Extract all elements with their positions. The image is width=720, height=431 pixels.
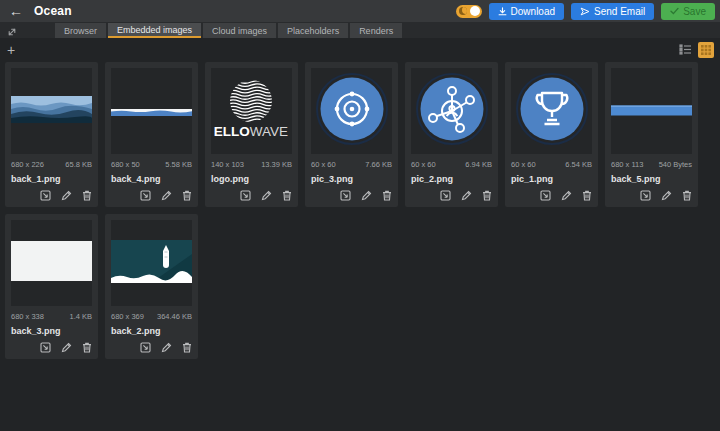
image-card-back-2[interactable]: 680 x 369364.46 KB back_2.png bbox=[105, 214, 198, 359]
image-filename: pic_2.png bbox=[411, 174, 492, 184]
image-dimensions: 60 x 60 bbox=[511, 160, 536, 169]
add-image-button[interactable]: + bbox=[7, 43, 15, 57]
card-actions bbox=[611, 190, 692, 203]
delete-image-button[interactable] bbox=[182, 190, 192, 201]
image-size: 65.8 KB bbox=[65, 160, 92, 169]
image-dimensions: 680 x 369 bbox=[111, 312, 144, 321]
image-dimensions: 680 x 113 bbox=[611, 160, 643, 169]
edit-image-button[interactable] bbox=[161, 342, 172, 353]
edit-image-button[interactable] bbox=[61, 342, 72, 353]
image-filename: back_4.png bbox=[111, 174, 192, 184]
edit-image-button[interactable] bbox=[161, 190, 172, 201]
image-size: 5.58 KB bbox=[165, 160, 192, 169]
image-card-logo[interactable]: ELLOWAVE 140 x 10313.39 KB logo.png bbox=[205, 62, 298, 207]
image-card-back-5[interactable]: 680 x 113540 Bytes back_5.png bbox=[605, 62, 698, 207]
image-dimensions: 680 x 338 bbox=[11, 312, 44, 321]
image-card-back-4[interactable]: 680 x 505.58 KB back_4.png bbox=[105, 62, 198, 207]
use-image-button[interactable] bbox=[140, 190, 151, 201]
edit-image-button[interactable] bbox=[261, 190, 272, 201]
use-image-button[interactable] bbox=[140, 342, 151, 353]
use-image-button[interactable] bbox=[40, 342, 51, 353]
use-image-button[interactable] bbox=[640, 190, 651, 201]
delete-image-button[interactable] bbox=[482, 190, 492, 201]
image-size: 7.66 KB bbox=[365, 160, 392, 169]
list-view-icon bbox=[679, 43, 692, 58]
expand-button[interactable] bbox=[7, 25, 17, 40]
image-dimensions: 140 x 103 bbox=[211, 160, 244, 169]
tab-placeholders[interactable]: Placeholders bbox=[278, 23, 348, 38]
image-filename: back_1.png bbox=[11, 174, 92, 184]
edit-image-button[interactable] bbox=[661, 190, 672, 201]
card-actions bbox=[11, 190, 92, 203]
image-card-back-3[interactable]: 680 x 3381.4 KB back_3.png bbox=[5, 214, 98, 359]
use-image-button[interactable] bbox=[540, 190, 551, 201]
logo-text-bold: ELLO bbox=[214, 124, 250, 139]
card-actions bbox=[211, 190, 292, 203]
edit-image-button[interactable] bbox=[361, 190, 372, 201]
use-image-button[interactable] bbox=[440, 190, 451, 201]
image-thumbnail bbox=[411, 68, 492, 154]
svg-text:ELLOWAVE: ELLOWAVE bbox=[214, 124, 288, 139]
delete-image-button[interactable] bbox=[682, 190, 692, 201]
save-button[interactable]: Save bbox=[661, 3, 715, 20]
image-size: 364.46 KB bbox=[157, 312, 192, 321]
image-filename: pic_1.png bbox=[511, 174, 592, 184]
image-size: 6.94 KB bbox=[465, 160, 492, 169]
send-email-button[interactable]: Send Email bbox=[571, 3, 654, 20]
edit-image-button[interactable] bbox=[461, 190, 472, 201]
download-button[interactable]: Download bbox=[489, 3, 564, 20]
blue-layered-waves-image bbox=[11, 96, 92, 127]
image-filename: back_5.png bbox=[611, 174, 692, 184]
delete-image-button[interactable] bbox=[282, 190, 292, 201]
send-icon bbox=[580, 7, 590, 16]
tab-bar: Browser Embedded images Cloud images Pla… bbox=[0, 22, 720, 38]
image-card-pic-2[interactable]: 60 x 606.94 KB pic_2.png bbox=[405, 62, 498, 207]
use-image-button[interactable] bbox=[340, 190, 351, 201]
card-actions bbox=[111, 342, 192, 355]
tab-cloud-images[interactable]: Cloud images bbox=[203, 23, 276, 38]
image-card-pic-3[interactable]: 60 x 607.66 KB pic_3.png bbox=[305, 62, 398, 207]
edit-image-button[interactable] bbox=[61, 190, 72, 201]
use-image-button[interactable] bbox=[40, 190, 51, 201]
back-button[interactable]: ← bbox=[7, 4, 25, 18]
tab-browser[interactable]: Browser bbox=[55, 23, 106, 38]
image-thumbnail bbox=[111, 68, 192, 154]
delete-image-button[interactable] bbox=[82, 190, 92, 201]
list-view-button[interactable] bbox=[678, 42, 693, 59]
solid-blue-bar-image bbox=[611, 102, 692, 120]
download-icon bbox=[498, 7, 507, 16]
edit-image-button[interactable] bbox=[561, 190, 572, 201]
image-dimensions: 680 x 50 bbox=[111, 160, 140, 169]
expand-icon bbox=[7, 25, 17, 40]
image-filename: back_2.png bbox=[111, 326, 192, 336]
image-filename: logo.png bbox=[211, 174, 292, 184]
image-filename: pic_3.png bbox=[311, 174, 392, 184]
toggle-knob bbox=[470, 6, 480, 16]
tab-embedded-images[interactable]: Embedded images bbox=[108, 23, 201, 38]
image-size: 6.54 KB bbox=[565, 160, 592, 169]
ellowave-logo-image: ELLOWAVE bbox=[211, 78, 292, 144]
card-actions bbox=[111, 190, 192, 203]
image-size: 540 Bytes bbox=[659, 160, 692, 169]
image-thumbnail bbox=[11, 68, 92, 154]
trophy-circle-image bbox=[515, 72, 589, 150]
delete-image-button[interactable] bbox=[382, 190, 392, 201]
image-thumbnail bbox=[11, 220, 92, 306]
image-thumbnail: ELLOWAVE bbox=[211, 68, 292, 154]
use-image-button[interactable] bbox=[240, 190, 251, 201]
tab-renders[interactable]: Renders bbox=[350, 23, 402, 38]
grid-view-icon bbox=[701, 43, 711, 58]
image-card-pic-1[interactable]: 60 x 606.54 KB pic_1.png bbox=[505, 62, 598, 207]
header-bar: ← Ocean Download Send Email Save bbox=[0, 0, 720, 22]
view-switcher bbox=[678, 42, 714, 59]
image-grid: 680 x 22665.8 KB back_1.png 680 x 505.58… bbox=[0, 62, 720, 359]
logo-text-light: WAVE bbox=[250, 124, 288, 139]
check-icon bbox=[670, 7, 679, 15]
delete-image-button[interactable] bbox=[82, 342, 92, 353]
dark-mode-toggle[interactable] bbox=[456, 5, 482, 18]
delete-image-button[interactable] bbox=[582, 190, 592, 201]
delete-image-button[interactable] bbox=[182, 342, 192, 353]
header-actions: Download Send Email Save bbox=[456, 3, 715, 20]
grid-view-button[interactable] bbox=[698, 42, 714, 58]
image-card-back-1[interactable]: 680 x 22665.8 KB back_1.png bbox=[5, 62, 98, 207]
